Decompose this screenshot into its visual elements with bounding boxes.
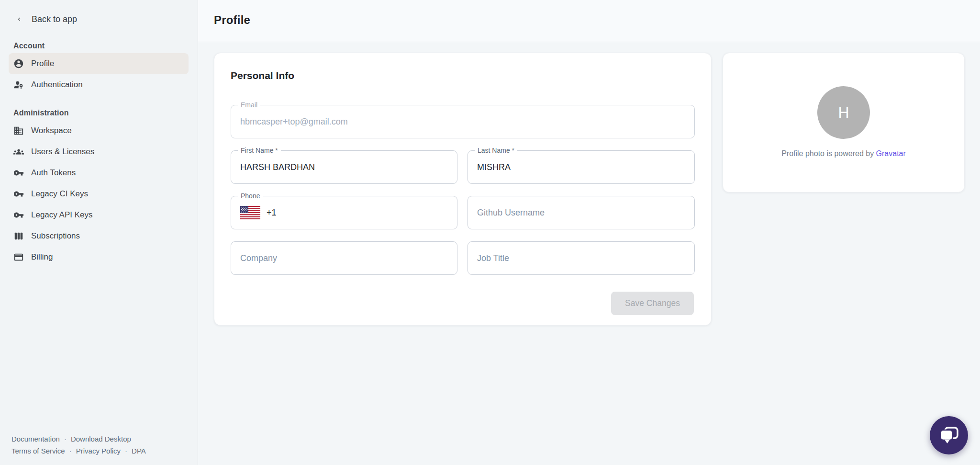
email-input xyxy=(231,105,694,138)
sidebar-item-billing[interactable]: Billing xyxy=(9,247,189,268)
avatar: H xyxy=(817,86,870,139)
footer-row-1: Documentation·Download Desktop xyxy=(11,433,188,445)
sidebar-item-subscriptions[interactable]: Subscriptions xyxy=(9,226,189,247)
footer-separator: · xyxy=(64,435,67,443)
last-name-input[interactable] xyxy=(468,151,694,183)
sidebar-item-label: Legacy CI Keys xyxy=(31,189,88,199)
key-icon xyxy=(13,189,24,199)
profile-photo-card: H Profile photo is powered by Gravatar xyxy=(723,53,965,193)
last-name-field: Last Name * xyxy=(468,150,695,184)
sidebar-item-label: Authentication xyxy=(31,80,83,90)
footer-row-2: Terms of Service·Privacy Policy·DPA xyxy=(11,445,188,457)
sidebar-item-label: Legacy API Keys xyxy=(31,210,93,220)
sidebar-item-legacy-ci-keys[interactable]: Legacy CI Keys xyxy=(9,183,189,204)
sidebar-item-authentication[interactable]: Authentication xyxy=(9,74,189,95)
back-to-app-label: Back to app xyxy=(32,14,77,24)
personal-info-card: Personal Info Email First Name * Last Na… xyxy=(214,53,712,326)
chevron-left-icon xyxy=(16,14,22,24)
back-to-app-button[interactable]: Back to app xyxy=(0,0,198,24)
sidebar-item-auth-tokens[interactable]: Auth Tokens xyxy=(9,162,189,183)
first-name-input[interactable] xyxy=(231,151,457,183)
first-name-label: First Name * xyxy=(238,147,281,154)
phone-label: Phone xyxy=(238,192,263,200)
groups-icon xyxy=(13,147,24,157)
key-icon xyxy=(13,210,24,220)
phone-input[interactable] xyxy=(283,196,448,229)
building-icon xyxy=(13,125,24,136)
section-title-account: Account xyxy=(13,42,198,50)
photo-caption: Profile photo is powered by Gravatar xyxy=(723,149,964,158)
us-flag-icon xyxy=(240,206,260,219)
gravatar-link[interactable]: Gravatar xyxy=(876,149,906,158)
main-header: Profile xyxy=(198,0,980,42)
sidebar-item-profile[interactable]: Profile xyxy=(9,53,189,74)
privacy-policy-link[interactable]: Privacy Policy xyxy=(76,447,121,455)
sidebar-item-label: Users & Licenses xyxy=(31,147,94,157)
personal-info-title: Personal Info xyxy=(231,70,294,81)
dial-code: +1 xyxy=(267,208,277,218)
sidebar-item-label: Subscriptions xyxy=(31,231,80,241)
footer-separator: · xyxy=(69,447,72,455)
company-field xyxy=(231,241,457,275)
download-desktop-link[interactable]: Download Desktop xyxy=(71,435,131,443)
documentation-link[interactable]: Documentation xyxy=(11,435,60,443)
person-key-icon xyxy=(13,79,24,90)
first-name-field: First Name * xyxy=(231,150,457,184)
sidebar-item-workspace[interactable]: Workspace xyxy=(9,120,189,141)
sidebar-footer: Documentation·Download Desktop Terms of … xyxy=(11,433,188,457)
last-name-label: Last Name * xyxy=(475,147,517,154)
credit-card-icon xyxy=(13,252,24,262)
chat-bubbles-icon xyxy=(938,425,959,445)
sidebar-item-legacy-api-keys[interactable]: Legacy API Keys xyxy=(9,204,189,226)
account-circle-icon xyxy=(13,58,24,69)
dpa-link[interactable]: DPA xyxy=(132,447,146,455)
email-label: Email xyxy=(238,101,260,109)
save-changes-button[interactable]: Save Changes xyxy=(611,292,694,315)
page-title: Profile xyxy=(198,0,980,27)
job-title-input[interactable] xyxy=(468,242,694,274)
terms-of-service-link[interactable]: Terms of Service xyxy=(11,447,65,455)
country-flag-selector[interactable] xyxy=(240,206,260,219)
photo-caption-text: Profile photo is powered by xyxy=(781,149,874,158)
sidebar-item-label: Auth Tokens xyxy=(31,168,76,178)
phone-field: Phone xyxy=(231,196,457,229)
company-input[interactable] xyxy=(231,242,457,274)
sidebar-item-users-licenses[interactable]: Users & Licenses xyxy=(9,141,189,162)
footer-separator: · xyxy=(125,447,127,455)
key-icon xyxy=(13,168,24,178)
sidebar-item-label: Workspace xyxy=(31,126,72,136)
sidebar-item-label: Billing xyxy=(31,252,53,262)
sidebar-item-label: Profile xyxy=(31,59,54,68)
section-title-administration: Administration xyxy=(13,109,198,117)
sidebar: Back to app Account Profile Authenticati… xyxy=(0,0,198,465)
email-field: Email xyxy=(231,105,695,138)
github-username-field xyxy=(468,196,695,229)
github-username-input[interactable] xyxy=(468,196,694,229)
job-title-field xyxy=(468,241,695,275)
columns-icon xyxy=(13,231,24,241)
avatar-initial: H xyxy=(838,104,849,122)
chat-widget-button[interactable] xyxy=(930,416,968,454)
